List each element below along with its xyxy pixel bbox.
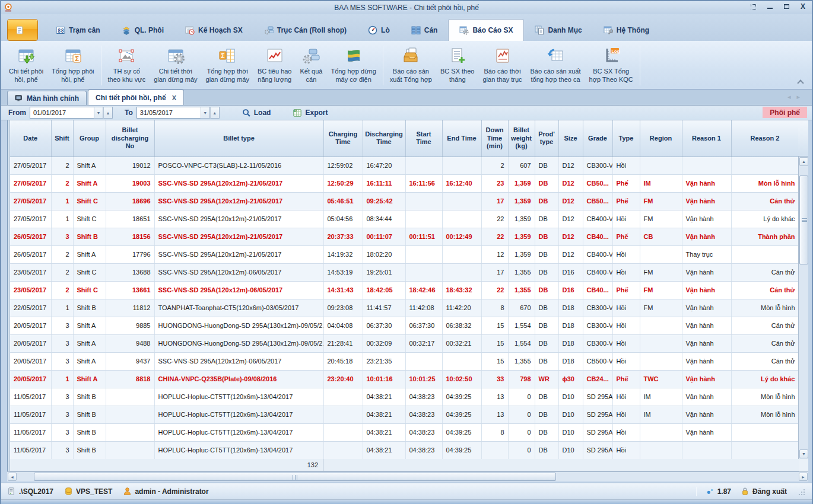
cell[interactable]: 10:01:16: [363, 370, 405, 388]
cell[interactable]: 04:38:23: [405, 423, 442, 441]
cell[interactable]: 05:46:51: [323, 192, 363, 210]
cell[interactable]: 3: [51, 334, 73, 352]
cell[interactable]: 04:39:25: [442, 406, 481, 423]
cell[interactable]: FM: [640, 299, 682, 317]
ribbon-button-9[interactable]: Báo cáo sản xuất Tổng hợp: [386, 43, 436, 88]
cell[interactable]: 33: [481, 370, 508, 388]
cell[interactable]: Shift A: [73, 370, 106, 388]
cell[interactable]: [682, 157, 731, 174]
cell[interactable]: 18156: [106, 228, 154, 245]
cell[interactable]: 17: [481, 263, 508, 281]
cell[interactable]: DB: [535, 441, 558, 459]
cell[interactable]: [640, 352, 682, 370]
cell[interactable]: Phế: [612, 192, 640, 210]
cell[interactable]: [640, 423, 682, 441]
cell[interactable]: Mòn lỗ hình: [731, 388, 799, 406]
cell[interactable]: CB400-V: [583, 245, 612, 263]
cell[interactable]: Vận hành: [682, 352, 731, 370]
cell[interactable]: HOPLUC-Hopluc-CT5TT(120x6m)-13/04/2017: [154, 388, 323, 406]
cell[interactable]: 20/05/2017: [10, 370, 51, 388]
cell[interactable]: [442, 192, 481, 210]
cell[interactable]: [640, 245, 682, 263]
cell[interactable]: 8: [481, 423, 508, 441]
cell[interactable]: Shift A: [73, 317, 106, 334]
vertical-scroll-thumb[interactable]: [799, 176, 808, 264]
cell[interactable]: 14:31:43: [323, 281, 363, 299]
ribbon-tab-7[interactable]: Báo Cáo SX: [448, 19, 524, 41]
cell[interactable]: SSC-VNS-SD 295A(120x12m)-06/05/2017: [154, 281, 323, 299]
column-header-8[interactable]: Start Time: [405, 120, 442, 157]
cell[interactable]: SD 295A: [583, 441, 612, 459]
cell[interactable]: [106, 388, 154, 406]
column-header-12[interactable]: Prod' type: [535, 120, 558, 157]
cell[interactable]: 3: [51, 228, 73, 245]
cell[interactable]: 04:38:21: [363, 423, 405, 441]
to-date-dropdown-icon[interactable]: ▼: [201, 107, 210, 119]
cell[interactable]: Vận hành: [682, 388, 731, 406]
cell[interactable]: 1,359: [508, 245, 535, 263]
cell[interactable]: 2: [51, 245, 73, 263]
cell[interactable]: D18: [558, 317, 583, 334]
cell[interactable]: TOANPHAT-Toanphat-CT5(120x6m)-03/05/2017: [154, 299, 323, 317]
cell[interactable]: 00:32:17: [405, 334, 442, 352]
cell[interactable]: 13688: [106, 263, 154, 281]
cell[interactable]: Shift A: [73, 245, 106, 263]
cell[interactable]: DB: [535, 281, 558, 299]
cell[interactable]: 23/05/2017: [10, 281, 51, 299]
cell[interactable]: Cán thử: [731, 263, 799, 281]
cell[interactable]: IM: [640, 388, 682, 406]
cell[interactable]: CB500-V: [583, 352, 612, 370]
cell[interactable]: [323, 406, 363, 423]
ribbon-tab-8[interactable]: Danh Mục: [524, 19, 592, 41]
cell[interactable]: Hồi: [612, 157, 640, 174]
cell[interactable]: Lý do khác: [731, 210, 799, 228]
cell[interactable]: [481, 441, 508, 459]
cell[interactable]: 13661: [106, 281, 154, 299]
ribbon-button-6[interactable]: BC tiêu hao năng lượng: [253, 43, 296, 88]
cell[interactable]: HUONGDONG-HuongDong-SD 295A(130x12m)-09/…: [154, 334, 323, 352]
cell[interactable]: SD 295A: [583, 388, 612, 406]
load-button[interactable]: Load: [237, 107, 276, 119]
cell[interactable]: SSC-VNS-SD 295A(120x12m)-06/05/2017: [154, 352, 323, 370]
cell[interactable]: Cán thử: [731, 317, 799, 334]
ribbon-button-1[interactable]: Chi tiết phôi hồi, phế: [5, 43, 47, 88]
cell[interactable]: 23:21:35: [363, 352, 405, 370]
cell[interactable]: 11:41:57: [363, 299, 405, 317]
cell[interactable]: [682, 441, 731, 459]
cell[interactable]: Hồi: [612, 317, 640, 334]
cell[interactable]: Shift C: [73, 281, 106, 299]
cell[interactable]: Vận hành: [682, 317, 731, 334]
cell[interactable]: Cán thử: [731, 281, 799, 299]
cell[interactable]: D16: [558, 281, 583, 299]
cell[interactable]: 16:12:40: [442, 174, 481, 192]
cell[interactable]: 0: [508, 423, 535, 441]
from-date-dropdown-icon[interactable]: ▼: [94, 107, 103, 119]
application-menu-button[interactable]: [7, 19, 38, 41]
cell[interactable]: 18:42:05: [363, 281, 405, 299]
cell[interactable]: SD 295A: [583, 423, 612, 441]
cell[interactable]: CB50...: [583, 192, 612, 210]
to-date-input[interactable]: [136, 107, 201, 119]
cell[interactable]: D18: [558, 299, 583, 317]
cell[interactable]: 00:32:09: [363, 334, 405, 352]
cell[interactable]: Vận hành: [682, 210, 731, 228]
cell[interactable]: 1: [51, 299, 73, 317]
cell[interactable]: 22: [481, 228, 508, 245]
ribbon-button-11[interactable]: Báo cáo thời gian thay trục: [478, 43, 526, 88]
cell[interactable]: DB: [535, 299, 558, 317]
cell[interactable]: 06:37:30: [405, 317, 442, 334]
cell[interactable]: 04:39:25: [442, 388, 481, 406]
cell[interactable]: [731, 441, 799, 459]
cell[interactable]: 15: [481, 352, 508, 370]
cell[interactable]: SSC-VNS-SD 295A(120x12m)-21/05/2017: [154, 228, 323, 245]
cell[interactable]: 27/05/2017: [10, 157, 51, 174]
cell[interactable]: 1,359: [508, 228, 535, 245]
cell[interactable]: Shift B: [73, 441, 106, 459]
cell[interactable]: Shift B: [73, 228, 106, 245]
column-header-18[interactable]: Reason 2: [731, 120, 799, 157]
cell[interactable]: D10: [558, 423, 583, 441]
cell[interactable]: CB300-V: [583, 157, 612, 174]
cell[interactable]: Vận hành: [682, 281, 731, 299]
cell[interactable]: 1,359: [508, 174, 535, 192]
cell[interactable]: Cán thử: [731, 192, 799, 210]
